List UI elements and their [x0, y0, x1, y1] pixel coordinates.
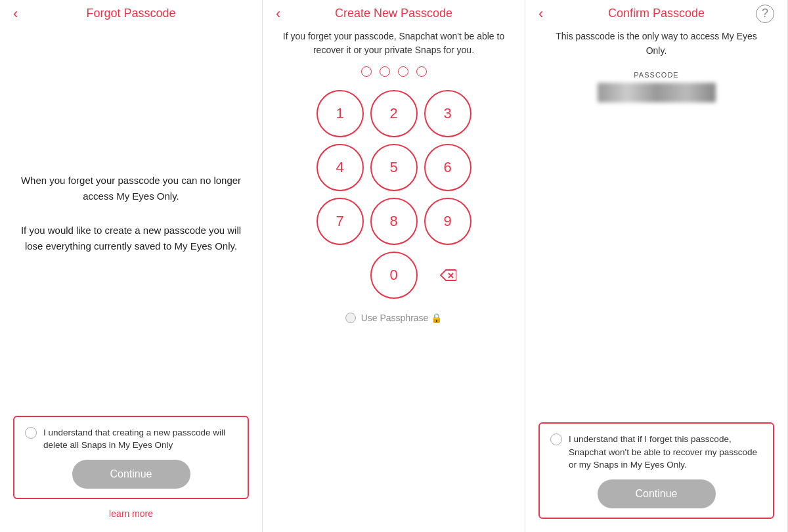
- panel3-checkbox[interactable]: [550, 433, 562, 445]
- numpad-3[interactable]: 3: [424, 90, 471, 137]
- panel2-title: Create New Passcode: [335, 7, 452, 20]
- panel3-header: ‹ Confirm Passcode ?: [538, 7, 774, 20]
- passcode-label: PASSCODE: [634, 71, 678, 79]
- confirm-passcode-panel: ‹ Confirm Passcode ? This passcode is th…: [525, 0, 788, 532]
- panel3-checkbox-label: I understand that if I forget this passc…: [569, 433, 762, 472]
- numpad-2[interactable]: 2: [370, 90, 418, 137]
- panel1-checkbox-row: I understand that creating a new passcod…: [25, 426, 237, 452]
- panel1-text2: If you would like to create a new passco…: [13, 223, 249, 254]
- panel1-body: When you forget your passcode you can no…: [13, 30, 249, 416]
- numpad: 1 2 3 4 5 6 7 8 9 0: [317, 90, 471, 299]
- panel1-footer: I understand that creating a new passcod…: [13, 416, 249, 525]
- passphrase-checkbox[interactable]: [345, 313, 356, 323]
- panel1-checkbox[interactable]: [25, 427, 37, 439]
- panel1-continue-button[interactable]: Continue: [72, 460, 190, 489]
- learn-more-button[interactable]: learn more: [109, 508, 153, 519]
- passcode-dots: [361, 66, 427, 77]
- help-button[interactable]: ?: [756, 5, 774, 23]
- numpad-empty: [317, 252, 364, 299]
- panel3-checkbox-row: I understand that if I forget this passc…: [550, 433, 762, 472]
- panel3-checkbox-section: I understand that if I forget this passc…: [538, 422, 774, 519]
- panel2-header: ‹ Create New Passcode: [276, 7, 512, 20]
- numpad-9[interactable]: 9: [424, 198, 471, 245]
- numpad-5[interactable]: 5: [370, 144, 418, 191]
- panel3-footer: I understand that if I forget this passc…: [538, 422, 774, 525]
- create-passcode-panel: ‹ Create New Passcode If you forget your…: [263, 0, 525, 532]
- panel1-header: ‹ Forgot Passcode: [13, 7, 249, 20]
- panel2-description: If you forget your passcode, Snapchat wo…: [276, 30, 512, 57]
- panel1-checkbox-section: I understand that creating a new passcod…: [13, 416, 249, 499]
- panel3-description: This passcode is the only way to access …: [538, 30, 774, 58]
- dot-4: [416, 66, 427, 77]
- numpad-0[interactable]: 0: [370, 252, 418, 299]
- passcode-input-area: PASSCODE: [562, 71, 751, 102]
- passphrase-label: Use Passphrase 🔒: [361, 313, 443, 323]
- dot-2: [380, 66, 390, 77]
- numpad-delete[interactable]: [424, 252, 471, 299]
- panel1-title: Forgot Passcode: [86, 7, 175, 20]
- numpad-6[interactable]: 6: [424, 144, 471, 191]
- panel3-back-button[interactable]: ‹: [538, 7, 543, 21]
- numpad-4[interactable]: 4: [317, 144, 364, 191]
- numpad-7[interactable]: 7: [317, 198, 364, 245]
- numpad-1[interactable]: 1: [317, 90, 364, 137]
- panel1-back-button[interactable]: ‹: [13, 7, 18, 21]
- panel3-title: Confirm Passcode: [608, 7, 705, 20]
- panel3-continue-button[interactable]: Continue: [598, 479, 716, 508]
- passphrase-row: Use Passphrase 🔒: [345, 312, 443, 323]
- forgot-passcode-panel: ‹ Forgot Passcode When you forget your p…: [0, 0, 263, 532]
- panel1-text1: When you forget your passcode you can no…: [13, 173, 249, 204]
- numpad-8[interactable]: 8: [370, 198, 418, 245]
- panel2-back-button[interactable]: ‹: [276, 7, 280, 21]
- dot-3: [398, 66, 408, 77]
- passcode-blurred-value: [598, 83, 716, 102]
- dot-1: [361, 66, 372, 77]
- panel1-checkbox-label: I understand that creating a new passcod…: [43, 426, 237, 452]
